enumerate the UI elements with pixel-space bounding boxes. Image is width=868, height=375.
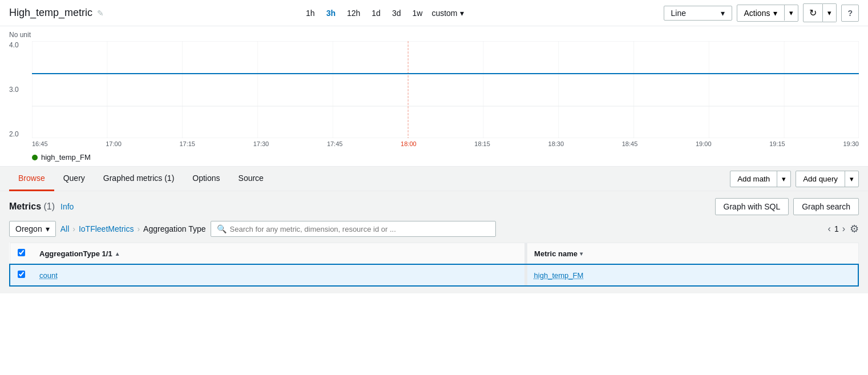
- x-label-1745: 17:45: [327, 140, 343, 147]
- edit-icon[interactable]: ✎: [97, 9, 104, 18]
- tabs-section: Browse Query Graphed metrics (1) Options…: [0, 167, 868, 293]
- chevron-down-icon: ▾: [789, 9, 793, 17]
- tabs-header: Browse Query Graphed metrics (1) Options…: [0, 167, 868, 191]
- x-label-1915: 19:15: [769, 140, 785, 147]
- chart-type-select[interactable]: Line ▾: [664, 6, 732, 21]
- x-label-1845: 18:45: [622, 140, 638, 147]
- metrics-table: AggregationType 1/1 ▲ Metric name ▾: [9, 243, 859, 287]
- time-1w[interactable]: 1w: [410, 7, 425, 19]
- info-link[interactable]: Info: [60, 202, 74, 211]
- tab-browse[interactable]: Browse: [9, 167, 54, 191]
- y-label-2: 2.0: [9, 130, 19, 138]
- search-box: 🔍: [211, 221, 496, 237]
- tab-options[interactable]: Options: [183, 167, 229, 191]
- breadcrumb-current: Aggregation Type: [143, 224, 206, 233]
- x-label-1700: 17:00: [106, 140, 122, 147]
- metrics-count: (1): [43, 201, 55, 211]
- breadcrumb-iotfleet[interactable]: IoTFleetMetrics: [79, 224, 134, 233]
- y-label-4: 4.0: [9, 41, 19, 49]
- x-label-1930: 19:30: [843, 140, 859, 147]
- settings-button[interactable]: ⚙: [850, 223, 859, 235]
- filter-row: Oregon ▾ All › IoTFleetMetrics › Aggrega…: [9, 221, 859, 237]
- metrics-header-right: Graph with SQL Graph search: [715, 198, 859, 215]
- add-query-button[interactable]: Add query: [796, 171, 845, 187]
- row-checkbox-cell: [10, 264, 33, 286]
- select-all-checkbox[interactable]: [18, 249, 25, 256]
- graph-search-button[interactable]: Graph search: [793, 198, 859, 215]
- table-header: AggregationType 1/1 ▲ Metric name ▾: [10, 243, 858, 265]
- region-select[interactable]: Oregon ▾: [9, 221, 56, 237]
- refresh-icon: ↻: [809, 8, 817, 18]
- metrics-title: Metrics (1): [9, 201, 55, 212]
- breadcrumb-sep-1: ›: [72, 224, 75, 233]
- time-3d[interactable]: 3d: [390, 7, 403, 19]
- add-query-button-group: Add query ▾: [796, 171, 859, 187]
- col-header-metric-name[interactable]: Metric name ▾: [527, 243, 858, 265]
- dropdown-arrow-icon: ▾: [850, 175, 854, 183]
- chevron-down-icon: ▾: [773, 9, 777, 18]
- time-1h[interactable]: 1h: [304, 7, 317, 19]
- time-1d[interactable]: 1d: [369, 7, 383, 19]
- legend-label: high_temp_FM: [41, 153, 91, 162]
- tab-query[interactable]: Query: [54, 167, 94, 191]
- help-button[interactable]: ?: [841, 5, 859, 22]
- cell-aggregation-type: count: [33, 264, 525, 286]
- question-mark-icon: ?: [847, 9, 853, 18]
- chevron-down-icon: ▾: [827, 9, 831, 17]
- dropdown-arrow-icon: ▾: [782, 175, 786, 183]
- sort-down-icon: ▾: [580, 251, 583, 257]
- add-math-button[interactable]: Add math: [730, 171, 777, 187]
- time-range-controls: 1h 3h 12h 1d 3d 1w custom ▾: [104, 7, 663, 19]
- add-query-dropdown-button[interactable]: ▾: [845, 171, 858, 187]
- time-custom[interactable]: custom ▾: [431, 9, 463, 18]
- next-page-button[interactable]: ›: [842, 224, 845, 234]
- tab-source[interactable]: Source: [229, 167, 273, 191]
- header: High_temp_metric ✎ 1h 3h 12h 1d 3d 1w cu…: [0, 0, 868, 26]
- y-axis-labels: 4.0 3.0 2.0: [9, 41, 19, 138]
- chevron-down-icon: ▾: [460, 9, 464, 18]
- row-checkbox[interactable]: [18, 271, 25, 278]
- chart-unit-label: No unit: [9, 31, 859, 39]
- chevron-down-icon: ▾: [46, 224, 50, 233]
- graph-with-sql-button[interactable]: Graph with SQL: [715, 198, 789, 215]
- x-label-1830: 18:30: [548, 140, 564, 147]
- legend-dot: [32, 155, 38, 160]
- actions-dropdown-button[interactable]: ▾: [784, 5, 798, 21]
- chevron-down-icon: ▾: [721, 9, 725, 18]
- header-checkbox-cell: [10, 243, 33, 265]
- table-row: count high_temp_FM: [10, 264, 858, 286]
- chart-svg: [32, 41, 859, 138]
- breadcrumb-all[interactable]: All: [60, 224, 70, 233]
- refresh-dropdown-button[interactable]: ▾: [823, 3, 837, 22]
- chart-legend: high_temp_FM: [9, 150, 859, 166]
- search-input[interactable]: [230, 225, 490, 233]
- time-3h[interactable]: 3h: [324, 7, 338, 19]
- pagination: ‹ 1 ›: [828, 224, 845, 234]
- col-header-aggregation-type[interactable]: AggregationType 1/1 ▲: [33, 243, 525, 265]
- time-12h[interactable]: 12h: [345, 7, 362, 19]
- cell-metric-name: high_temp_FM: [527, 264, 858, 286]
- x-axis: 16:45 17:00 17:15 17:30 17:45 18:00 18:1…: [32, 138, 859, 150]
- page-number: 1: [834, 224, 839, 233]
- header-right-controls: Line ▾ Actions ▾ ▾ ↻ ▾ ?: [664, 3, 859, 22]
- add-math-dropdown-button[interactable]: ▾: [777, 171, 790, 187]
- breadcrumb-nav: All › IoTFleetMetrics › Aggregation Type: [60, 224, 206, 233]
- page-title: High_temp_metric: [9, 7, 92, 19]
- search-icon: 🔍: [217, 224, 227, 233]
- refresh-button[interactable]: ↻: [803, 3, 823, 22]
- tab-graphed-metrics[interactable]: Graphed metrics (1): [94, 167, 183, 191]
- header-title-area: High_temp_metric ✎: [9, 7, 104, 19]
- x-label-1730: 17:30: [253, 140, 269, 147]
- prev-page-button[interactable]: ‹: [828, 224, 831, 234]
- gear-icon: ⚙: [850, 223, 859, 235]
- y-label-3: 3.0: [9, 86, 19, 94]
- metrics-section: Metrics (1) Info Graph with SQL Graph se…: [0, 191, 868, 293]
- breadcrumb-sep-2: ›: [137, 224, 140, 233]
- tabs-actions: Add math ▾ Add query ▾: [730, 171, 859, 187]
- actions-main-button[interactable]: Actions ▾: [737, 5, 785, 21]
- metrics-header: Metrics (1) Info Graph with SQL Graph se…: [9, 198, 859, 215]
- aggregation-type-value[interactable]: count: [39, 271, 58, 280]
- chart-area: No unit 4.0 3.0 2.0: [0, 26, 868, 167]
- x-label-1815: 18:15: [474, 140, 490, 147]
- metric-name-value[interactable]: high_temp_FM: [534, 271, 584, 280]
